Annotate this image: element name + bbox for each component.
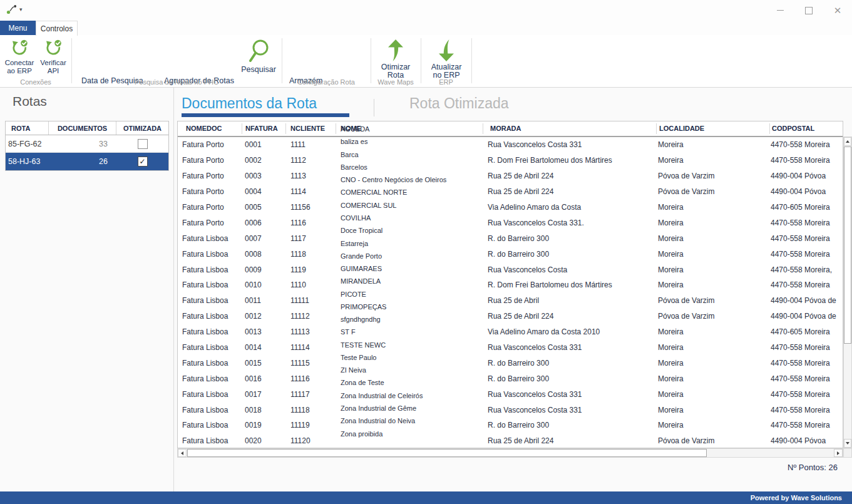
cell-codpostal: 4470-558 Moreira: [771, 215, 841, 230]
nome-list-item[interactable]: Zona Industrial de Celeirós: [341, 389, 482, 402]
grid-row[interactable]: Fatura Lisboa00101110R. Dom Frei Bartolo…: [178, 277, 843, 293]
verificar-api-button[interactable]: Verificar API: [36, 39, 70, 75]
nome-list-item[interactable]: TESTE NEWC: [341, 339, 482, 351]
cell-nfatura: 0011: [245, 293, 285, 309]
maximize-button[interactable]: [794, 0, 823, 21]
nome-list-item[interactable]: COMERCIAL NORTE: [341, 186, 482, 198]
nome-list-item[interactable]: Barca: [341, 148, 482, 161]
grid-row[interactable]: Fatura Lisboa00081118R. do Barreiro 300M…: [178, 246, 843, 262]
nome-list-item[interactable]: MIRANDELA: [341, 275, 482, 287]
grid-row[interactable]: Fatura Porto00011111Rua Vasconcelos Cost…: [178, 137, 843, 153]
nome-list-item[interactable]: ST F: [341, 326, 482, 338]
cell-morada: Rua 25 de Abril: [488, 293, 653, 309]
cell-ncliente: 11118: [290, 402, 336, 418]
horizontal-scrollbar[interactable]: [177, 448, 843, 458]
column-header-documentos[interactable]: DOCUMENTOS: [49, 121, 116, 135]
column-separator: [769, 123, 770, 134]
column-header-rota[interactable]: ROTA: [6, 121, 49, 135]
grid-row[interactable]: Fatura Porto00061116Rua Vasconcelos Cost…: [178, 215, 843, 230]
nome-list-item[interactable]: Doce Tropical: [341, 224, 482, 237]
nome-list-item[interactable]: AGUEDA: [341, 123, 482, 135]
grid-row[interactable]: Fatura Lisboa001411114Rua Vasconcelos Co…: [178, 340, 843, 356]
minimize-button[interactable]: [766, 0, 794, 21]
grid-row[interactable]: Fatura Lisboa001911119R. do Barreiro 300…: [178, 418, 843, 433]
rotas-row[interactable]: 85-FG-6233: [6, 135, 168, 153]
grid-row[interactable]: Fatura Lisboa001311113Via Adelino Amaro …: [178, 324, 843, 340]
chevron-down-icon[interactable]: ▾: [19, 7, 23, 13]
nome-list-item[interactable]: Grande Porto: [341, 250, 482, 262]
horizontal-scrollbar-thumb[interactable]: [187, 449, 707, 457]
otimizar-rota-button[interactable]: Otimizar Rota: [372, 39, 419, 80]
grid-row[interactable]: Fatura Lisboa002011120Rua 25 de Abril 22…: [178, 433, 843, 448]
close-button[interactable]: ✕: [823, 0, 852, 21]
nome-list-item[interactable]: CNO - Centro Negócios de Oleiros: [341, 173, 482, 186]
grid-row[interactable]: Fatura Porto000511156Via Adelino Amaro d…: [178, 200, 843, 215]
scroll-down-button[interactable]: [844, 439, 851, 448]
column-header-ncliente[interactable]: NCLIENTE: [290, 121, 325, 136]
cell-localidade: Moreira: [658, 153, 766, 168]
grid-row[interactable]: Fatura Porto00031113Rua 25 de Abril 224P…: [178, 168, 843, 184]
nome-list-item[interactable]: PICOTE: [341, 287, 482, 300]
nome-list-item[interactable]: COVILHA: [341, 212, 482, 224]
vertical-scrollbar[interactable]: [843, 136, 852, 448]
grid-row[interactable]: Fatura Lisboa001111111Rua 25 de AbrilPóv…: [178, 293, 843, 309]
tab-menu[interactable]: Menu: [0, 21, 36, 35]
nome-list-item[interactable]: GUIMARAES: [341, 262, 482, 275]
column-header-otimizada[interactable]: OTIMIZADA: [116, 121, 168, 135]
tab-rota-otimizada[interactable]: Rota Otimizada: [409, 95, 509, 112]
rotas-row[interactable]: 58-HJ-6326✓: [6, 153, 168, 170]
tab-divider: [374, 99, 374, 116]
tab-documentos-da-rota[interactable]: Documentos da Rota: [182, 95, 317, 112]
cell-codpostal: 4490-004 Póvoa de: [771, 293, 841, 309]
grid-row[interactable]: Fatura Lisboa001811118Rua Vasconcelos Co…: [178, 402, 843, 418]
cell-morada: R. do Barreiro 300: [488, 371, 653, 386]
nome-list-item[interactable]: PRIMOPEÇAS: [341, 301, 482, 313]
nome-list-item[interactable]: Teste Paulo: [341, 351, 482, 364]
nome-list-item[interactable]: Estarreja: [341, 237, 482, 249]
grid-row[interactable]: Fatura Porto00021112R. Dom Frei Bartolom…: [178, 153, 843, 168]
atualizar-erp-button[interactable]: Atualizar no ERP: [423, 39, 470, 80]
otimizada-checkbox[interactable]: ✓: [138, 157, 148, 167]
nome-list-item[interactable]: Zona proibida: [341, 427, 482, 440]
nome-list-item[interactable]: baliza es: [341, 135, 482, 148]
cell-ncliente: 11111: [290, 293, 336, 309]
cell-morada: Rua Vasconcelos Costa 331: [488, 386, 653, 402]
quick-access-toolbar[interactable]: ▾: [6, 4, 23, 15]
nome-list-item[interactable]: sfgndhgndhg: [341, 313, 482, 326]
cell-nfatura: 0006: [245, 215, 285, 230]
nome-list: AGUEDAbaliza esBarcaBarcelosCNO - Centro…: [341, 123, 482, 440]
nome-list-item[interactable]: COMERCIAL SUL: [341, 199, 482, 212]
column-header-nomedoc[interactable]: NOMEDOC: [186, 121, 222, 136]
grid-row[interactable]: Fatura Lisboa00071117R. do Barreiro 300M…: [178, 230, 843, 246]
nome-list-item[interactable]: Barcelos: [341, 161, 482, 173]
grid-row[interactable]: Fatura Lisboa001711117Rua Vasconcelos Co…: [178, 386, 843, 402]
column-header-morada[interactable]: MORADA: [490, 121, 521, 136]
grid-row[interactable]: Fatura Lisboa001511115R. do Barreiro 300…: [178, 355, 843, 371]
nome-list-item[interactable]: ZI Neiva: [341, 364, 482, 376]
nome-list-item[interactable]: Zona Industrial do Neiva: [341, 414, 482, 427]
column-header-localidade[interactable]: LOCALIDADE: [659, 121, 704, 136]
documents-grid: NOMEDOC NFATURA NCLIENTE NOME MORADA LOC…: [177, 121, 843, 448]
conectar-erp-button[interactable]: Conectar ao ERP: [3, 39, 36, 75]
arrow-up-icon: [846, 140, 849, 143]
close-icon: ✕: [834, 6, 842, 15]
grid-row[interactable]: Fatura Lisboa001211112Rua 25 de Abril 22…: [178, 309, 843, 324]
column-header-nfatura[interactable]: NFATURA: [245, 121, 278, 136]
scroll-right-button[interactable]: [834, 449, 843, 457]
scroll-up-button[interactable]: [844, 137, 851, 146]
cell-morada: Rua Vasconcelos Costa 331.: [488, 215, 653, 230]
column-header-codpostal[interactable]: CODPOSTAL: [772, 121, 814, 136]
vertical-scrollbar-thumb[interactable]: [844, 147, 851, 344]
cell-ncliente: 11116: [290, 371, 336, 386]
cell-nfatura: 0020: [245, 433, 285, 448]
tab-controlos[interactable]: Controlos: [36, 21, 78, 36]
otimizada-checkbox[interactable]: [138, 139, 148, 149]
grid-row[interactable]: Fatura Porto00041114Rua 25 de Abril 224P…: [178, 184, 843, 200]
pesquisar-button[interactable]: Pesquisar: [240, 39, 277, 74]
grid-row[interactable]: Fatura Lisboa00091119Rua Vasconcelos Cos…: [178, 262, 843, 277]
scroll-left-button[interactable]: [178, 449, 187, 457]
cell-ncliente: 1111: [290, 137, 336, 153]
grid-row[interactable]: Fatura Lisboa001611116R. do Barreiro 300…: [178, 371, 843, 386]
nome-list-item[interactable]: Zona de Teste: [341, 376, 482, 389]
nome-list-item[interactable]: Zona Industrial de Gême: [341, 402, 482, 414]
